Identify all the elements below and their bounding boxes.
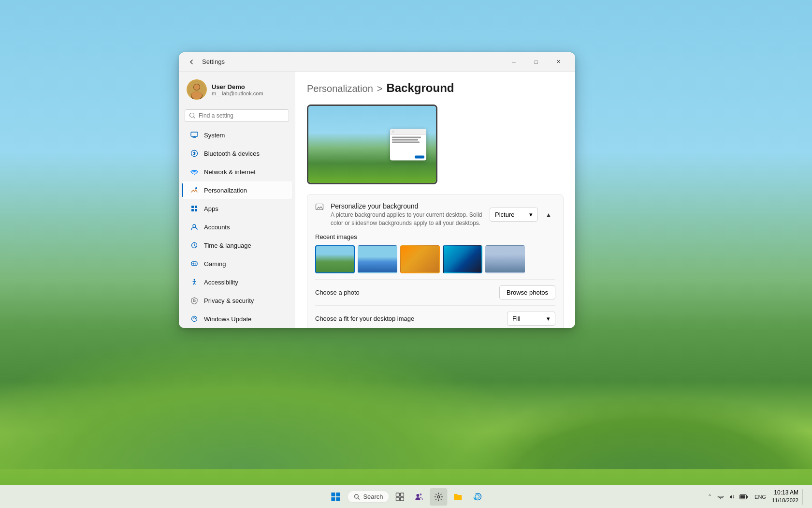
window-title: Settings: [202, 58, 503, 65]
breadcrumb: Personalization: [307, 83, 373, 94]
edge-button[interactable]: [469, 488, 486, 506]
update-icon: [189, 314, 199, 324]
sidebar-item-personalization[interactable]: Personalization: [182, 181, 292, 199]
tray-battery-icon[interactable]: [739, 492, 749, 502]
image-thumb-4[interactable]: [443, 245, 482, 273]
image-thumb-5[interactable]: [485, 245, 525, 273]
system-icon: [189, 130, 199, 140]
tray-network-icon[interactable]: [716, 492, 725, 502]
sidebar-item-accounts[interactable]: Accounts: [182, 218, 292, 236]
sidebar-item-bluetooth[interactable]: Bluetooth & devices: [182, 145, 292, 162]
svg-rect-29: [401, 493, 404, 496]
sidebar-item-network[interactable]: Network & internet: [182, 163, 292, 180]
tray-expand[interactable]: ⌃: [708, 493, 712, 500]
svg-point-8: [194, 174, 195, 175]
svg-point-33: [420, 493, 422, 495]
choose-photo-label: Choose a photo: [315, 289, 360, 296]
taskbar-search[interactable]: Search: [347, 491, 389, 503]
svg-point-18: [195, 264, 196, 265]
expanded-section: Recent images Choose a photo Browse phot…: [315, 233, 555, 328]
image-grid: [315, 245, 555, 273]
user-name: User Demo: [212, 83, 263, 90]
image-thumb-1[interactable]: [315, 245, 355, 273]
personalize-control: Picture ▾ ▲: [490, 208, 555, 222]
settings-body: User Demo m__lab@outlook.com: [179, 72, 575, 328]
search-icon: [189, 112, 196, 119]
svg-rect-12: [191, 209, 194, 211]
back-button[interactable]: [185, 55, 198, 69]
fit-label: Choose a fit for your desktop image: [315, 315, 414, 322]
taskbar-center: Search: [326, 487, 486, 507]
browse-photos-button[interactable]: Browse photos: [499, 285, 555, 299]
sidebar-item-label-accounts: Accounts: [204, 224, 230, 231]
image-thumb-2[interactable]: [358, 245, 397, 273]
svg-rect-31: [401, 497, 404, 501]
search-input[interactable]: [199, 112, 285, 119]
minimize-button[interactable]: ─: [503, 54, 525, 70]
user-info: User Demo m__lab@outlook.com: [212, 83, 263, 96]
apps-icon: [189, 204, 199, 213]
svg-rect-24: [336, 493, 340, 496]
sidebar-item-privacy[interactable]: Privacy & security: [182, 292, 292, 309]
taskbar-settings-button[interactable]: [430, 488, 448, 506]
close-button[interactable]: ✕: [547, 54, 569, 70]
background-type-dropdown[interactable]: Picture ▾: [490, 208, 538, 222]
svg-point-9: [195, 187, 197, 189]
sidebar-item-accessibility[interactable]: Accessibility: [182, 273, 292, 291]
sidebar-item-system[interactable]: System: [182, 126, 292, 144]
show-desktop-button[interactable]: [802, 489, 806, 505]
taskbar-search-icon: [353, 493, 360, 500]
task-view-button[interactable]: [392, 488, 409, 506]
settings-window: Settings ─ □ ✕: [179, 52, 575, 328]
desktop: Settings ─ □ ✕: [0, 0, 812, 508]
sidebar-item-time[interactable]: Time & language: [182, 237, 292, 254]
bluetooth-icon: [189, 149, 199, 158]
personalize-text: Personalize your background A picture ba…: [331, 202, 490, 227]
privacy-icon: [189, 296, 199, 305]
file-explorer-button[interactable]: [450, 488, 467, 506]
personalize-title: Personalize your background: [331, 202, 490, 210]
svg-rect-26: [336, 497, 340, 501]
sidebar-item-label-privacy: Privacy & security: [204, 297, 254, 304]
personalization-icon: [189, 185, 199, 195]
maximize-button[interactable]: □: [525, 54, 547, 70]
sidebar-item-apps[interactable]: Apps: [182, 200, 292, 217]
chevron-down-icon-fit: ▾: [547, 315, 550, 322]
taskbar: Search: [0, 485, 812, 508]
personalize-row: Personalize your background A picture ba…: [315, 202, 555, 227]
clock[interactable]: 10:13 AM 11/18/2022: [772, 489, 798, 504]
fit-row: Choose a fit for your desktop image Fill…: [315, 305, 555, 328]
svg-rect-13: [195, 209, 197, 211]
start-button[interactable]: [326, 487, 345, 507]
system-tray: ⌃: [708, 492, 749, 502]
teams-button[interactable]: [411, 488, 428, 506]
sidebar-item-label-apps: Apps: [204, 205, 218, 212]
fit-dropdown[interactable]: Fill ▾: [507, 312, 555, 326]
sidebar-item-label-time: Time & language: [204, 242, 251, 249]
svg-rect-30: [396, 497, 400, 501]
preview-container: [307, 105, 564, 184]
tray-sound-icon[interactable]: [727, 492, 737, 502]
svg-rect-38: [740, 495, 745, 498]
preview-window-title: [390, 129, 426, 134]
window-controls: ─ □ ✕: [503, 54, 569, 70]
tray-lang[interactable]: ENG: [754, 494, 766, 500]
page-header: Personalization > Background: [307, 81, 564, 95]
sidebar-item-update[interactable]: Windows Update: [182, 310, 292, 328]
sidebar-item-label-update: Windows Update: [204, 315, 251, 323]
sidebar-item-gaming[interactable]: Gaming: [182, 255, 292, 272]
preview-window: [390, 129, 426, 160]
breadcrumb-arrow: >: [377, 83, 383, 94]
dropdown-value: Picture: [495, 211, 514, 218]
avatar: [187, 79, 207, 100]
image-thumb-3[interactable]: [400, 245, 440, 273]
preview-button: [415, 155, 424, 158]
svg-point-14: [193, 224, 196, 227]
svg-rect-25: [331, 497, 335, 501]
taskbar-search-label: Search: [363, 493, 383, 500]
expand-button[interactable]: ▲: [542, 208, 555, 222]
sidebar-item-label-gaming: Gaming: [204, 260, 226, 268]
sidebar-search[interactable]: [185, 109, 289, 122]
main-content: Personalization > Background: [295, 72, 575, 328]
user-profile[interactable]: User Demo m__lab@outlook.com: [179, 75, 295, 107]
